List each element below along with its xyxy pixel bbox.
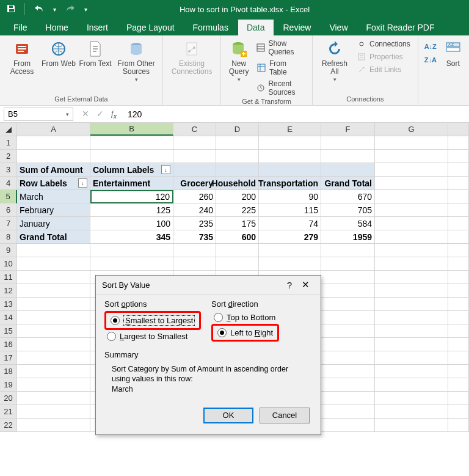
recent-sources-icon	[256, 83, 265, 93]
row-header[interactable]: 8	[0, 230, 17, 244]
save-icon[interactable]	[6, 4, 16, 15]
sort-button[interactable]: A Z Sort	[440, 38, 466, 69]
row-header[interactable]: 17	[0, 351, 17, 365]
row-header[interactable]: 12	[0, 284, 17, 298]
qat-customize-icon[interactable]: ▾	[84, 6, 87, 13]
row-header[interactable]: 18	[0, 365, 17, 378]
undo-icon[interactable]	[34, 4, 45, 15]
refresh-icon	[325, 39, 344, 59]
col-header[interactable]: F	[321, 123, 375, 136]
show-queries-button[interactable]: Show Queries	[254, 38, 307, 57]
cancel-button[interactable]: Cancel	[260, 408, 310, 423]
sort-options-label: Sort options	[104, 299, 205, 309]
existing-connections-button[interactable]: Existing Connections	[168, 38, 216, 77]
row-header[interactable]: 9	[0, 244, 17, 257]
active-cell[interactable]: 120	[90, 190, 173, 203]
other-sources-icon	[126, 39, 146, 59]
radio-left-to-right[interactable]: Left to Right	[215, 326, 275, 339]
row-header[interactable]: 20	[0, 392, 17, 405]
col-header[interactable]: B	[90, 123, 173, 136]
sort-asc-button[interactable]: A↓Z	[423, 40, 438, 53]
col-header[interactable]: E	[259, 123, 321, 136]
group-connections: Refresh All ▾ Connections Properties Edi…	[313, 35, 418, 105]
from-access-button[interactable]: From Access	[5, 38, 39, 77]
sort-direction-label: Sort direction	[211, 299, 312, 309]
col-header[interactable]: D	[216, 123, 259, 136]
svg-rect-1	[18, 46, 26, 47]
access-icon	[12, 39, 32, 59]
radio-largest-to-smallest[interactable]: Largest to Smallest	[104, 330, 205, 343]
edit-links-button[interactable]: Edit Links	[354, 64, 413, 76]
row-header[interactable]: 14	[0, 311, 17, 324]
close-icon[interactable]: ✕	[297, 279, 314, 290]
filter-icon[interactable]: ↓	[161, 165, 170, 174]
group-get-transform: New Query ▾ Show Queries From Table Rece…	[221, 35, 313, 105]
link-icon	[357, 39, 366, 49]
tab-home[interactable]: Home	[37, 20, 77, 35]
tab-data[interactable]: Data	[238, 20, 274, 35]
dialog-title: Sort By Value	[102, 280, 282, 290]
sort-desc-button[interactable]: Z↓A	[423, 54, 438, 66]
group-existing-connections: Existing Connections	[163, 35, 221, 105]
tab-page-layout[interactable]: Page Layout	[118, 20, 183, 35]
radio-icon	[111, 316, 120, 325]
text-file-icon	[85, 39, 105, 59]
tab-view[interactable]: View	[321, 20, 356, 35]
row-header[interactable]: 22	[0, 419, 17, 432]
row-header[interactable]: 3	[0, 163, 17, 177]
new-query-button[interactable]: New Query ▾	[226, 38, 252, 84]
ribbon-tabs: File Home Insert Page Layout Formulas Da…	[0, 18, 469, 35]
from-table-icon	[256, 63, 266, 73]
col-header[interactable]: G	[375, 123, 448, 136]
row-header[interactable]: 15	[0, 324, 17, 338]
col-header[interactable]	[448, 123, 469, 136]
row-header[interactable]: 13	[0, 298, 17, 311]
tab-review[interactable]: Review	[275, 20, 320, 35]
cancel-formula-icon[interactable]: ✕	[82, 109, 89, 120]
edit-links-icon	[357, 65, 366, 75]
properties-button[interactable]: Properties	[354, 51, 413, 63]
from-table-button[interactable]: From Table	[254, 58, 307, 78]
name-box[interactable]: B5 ▾	[4, 108, 73, 121]
qat-dropdown-icon[interactable]: ▾	[53, 6, 56, 13]
summary-text: Sort Category by Sum of Amount in ascend…	[104, 362, 312, 398]
row-header[interactable]: 5	[0, 190, 17, 203]
row-header[interactable]: 11	[0, 271, 17, 284]
radio-top-to-bottom[interactable]: Top to Bottom	[211, 311, 312, 324]
from-web-button[interactable]: From Web	[42, 38, 76, 69]
ribbon: From Access From Web From Text From Othe…	[0, 35, 469, 106]
enter-formula-icon[interactable]: ✓	[96, 109, 104, 120]
radio-smallest-to-largest[interactable]: Smallest to Largest	[108, 313, 197, 328]
tab-foxit[interactable]: Foxit Reader PDF	[358, 20, 443, 35]
row-header[interactable]: 21	[0, 405, 17, 419]
row-header[interactable]: 6	[0, 203, 17, 217]
row-header[interactable]: 1	[0, 136, 17, 150]
col-header[interactable]: A	[17, 123, 90, 136]
help-button[interactable]: ?	[282, 280, 297, 290]
fx-icon[interactable]: fx	[111, 109, 117, 120]
recent-sources-button[interactable]: Recent Sources	[254, 78, 307, 98]
filter-icon[interactable]: ↓	[78, 178, 87, 188]
refresh-all-button[interactable]: Refresh All ▾	[318, 38, 352, 84]
row-header[interactable]: 10	[0, 257, 17, 271]
group-sort-filter: A↓Z Z↓A A Z Sort	[418, 35, 469, 105]
row-header[interactable]: 19	[0, 378, 17, 392]
select-all-corner[interactable]: ◢	[0, 123, 17, 136]
row-header[interactable]: 2	[0, 150, 17, 163]
tab-insert[interactable]: Insert	[78, 20, 117, 35]
from-other-sources-button[interactable]: From Other Sources ▾	[115, 38, 158, 84]
svg-rect-6	[187, 43, 197, 55]
from-text-button[interactable]: From Text	[78, 38, 112, 69]
col-header[interactable]: C	[173, 123, 216, 136]
formula-bar[interactable]: 120	[122, 109, 469, 119]
row-header[interactable]: 7	[0, 217, 17, 230]
tab-file[interactable]: File	[5, 20, 36, 35]
ok-button[interactable]: OK	[203, 408, 253, 423]
redo-icon[interactable]	[65, 4, 76, 15]
properties-icon	[357, 52, 366, 62]
window-title: How to sort in Pivot table.xlsx - Excel	[93, 5, 396, 14]
row-header[interactable]: 4	[0, 177, 17, 190]
connections-button[interactable]: Connections	[354, 38, 413, 50]
tab-formulas[interactable]: Formulas	[184, 20, 237, 35]
row-header[interactable]: 16	[0, 338, 17, 351]
